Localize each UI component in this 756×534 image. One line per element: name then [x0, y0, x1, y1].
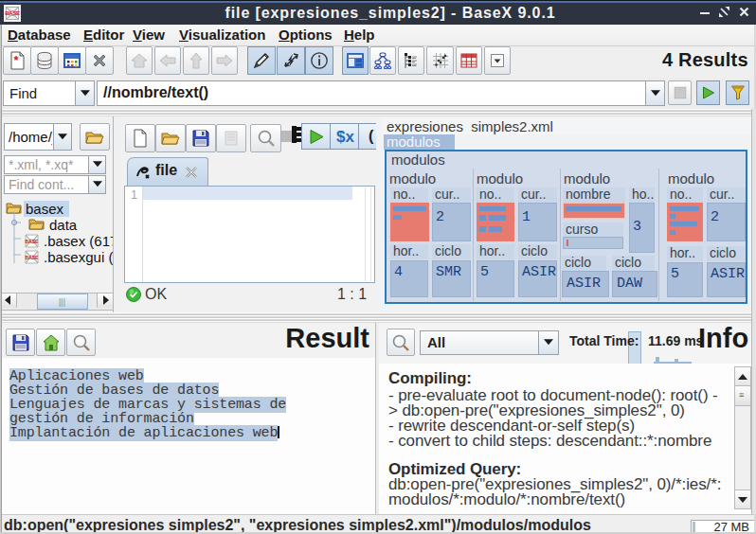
- svg-text:BASE: BASE: [5, 10, 20, 16]
- svg-text:BASE: BASE: [26, 255, 39, 260]
- svg-text:BASE: BASE: [26, 239, 39, 244]
